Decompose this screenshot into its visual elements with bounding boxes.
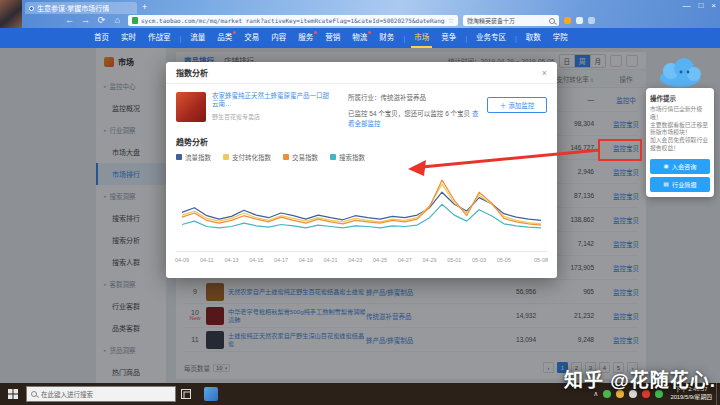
watermark: 知乎 @花随花心. bbox=[564, 365, 716, 392]
nav-item-营销[interactable]: 营销 bbox=[325, 28, 340, 48]
window-controls: — □ × bbox=[682, 0, 716, 12]
nav-separator: | bbox=[180, 35, 182, 42]
minimize-button[interactable]: — bbox=[682, 0, 690, 12]
legend-label: 交易指数 bbox=[292, 152, 318, 162]
notification-dot-icon bbox=[233, 31, 236, 34]
legend-swatch bbox=[330, 154, 336, 160]
assistant-line: 主要数据看板已迁移至新版市场模块！ bbox=[650, 122, 710, 138]
x-tick-label: 05-05 bbox=[492, 257, 516, 263]
x-tick-label: 04-27 bbox=[393, 257, 417, 263]
nav-item-服务[interactable]: 服务 bbox=[298, 28, 313, 48]
site-navbar: 首页实时作战室|流量品类交易内容服务营销物流财务|市场竞争|业务专区|取数学院 bbox=[0, 28, 720, 48]
browser-titlebar: 生意参谋·掌握市场行情 + — □ × ← → ⟳ ⌂ sycm.taobao.… bbox=[0, 0, 720, 28]
nav-item-作战室[interactable]: 作战室 bbox=[148, 28, 171, 48]
address-bar[interactable]: sycm.taobao.com/mc/mq/market_rank?active… bbox=[128, 15, 458, 26]
trend-chart-container bbox=[166, 164, 557, 256]
home-icon[interactable]: ⌂ bbox=[112, 15, 123, 26]
close-icon[interactable]: × bbox=[542, 68, 547, 78]
download-icon[interactable] bbox=[576, 17, 583, 24]
assistant-title: 操作提示 bbox=[650, 93, 710, 103]
mascot-cloud-icon bbox=[657, 58, 703, 88]
legend-label: 搜索指数 bbox=[339, 152, 365, 162]
assistant-button-入会咨询[interactable]: ◉入会咨询 bbox=[650, 159, 710, 174]
nav-item-交易[interactable]: 交易 bbox=[244, 28, 259, 48]
modal-title: 指数分析 bbox=[176, 67, 208, 78]
legend-swatch bbox=[223, 154, 229, 160]
nav-item-竞争[interactable]: 竞争 bbox=[441, 28, 456, 48]
person-icon: ◉ bbox=[664, 163, 669, 169]
nav-item-流量[interactable]: 流量 bbox=[190, 28, 205, 48]
bookmark-star-icon[interactable]: ☆ bbox=[448, 17, 454, 25]
product-thumbnail bbox=[176, 92, 206, 122]
product-title-link[interactable]: 农家蜂蜜纯正天然土蜂蜜原蜜产品一口甜云南… bbox=[212, 92, 330, 109]
nav-item-内容[interactable]: 内容 bbox=[271, 28, 286, 48]
taskbar-search-box[interactable]: 在此键入进行搜索 bbox=[26, 386, 176, 402]
search-icon bbox=[31, 391, 37, 397]
nav-item-实时[interactable]: 实时 bbox=[121, 28, 136, 48]
browser-search-box[interactable]: 微淘精英装备十万 bbox=[463, 15, 559, 26]
task-view-button[interactable] bbox=[176, 383, 196, 405]
product-info: 所属行业：传统滋补营养品 已监控 54 个宝贝，您还可以监控 6 个宝贝 查看全… bbox=[336, 92, 481, 128]
assistant-button-行业简报[interactable]: ▤行业简报 bbox=[650, 177, 710, 192]
legend-swatch bbox=[176, 154, 182, 160]
x-tick-label: 04-11 bbox=[195, 257, 219, 263]
assistant-line: 加入会员免费领取行业报告权益！ bbox=[650, 137, 710, 153]
start-button[interactable] bbox=[0, 383, 26, 405]
legend-item-支付转化指数[interactable]: 支付转化指数 bbox=[223, 152, 271, 162]
extension-icon[interactable] bbox=[564, 17, 571, 24]
legend-label: 支付转化指数 bbox=[232, 152, 271, 162]
chart-legend: 流量指数支付转化指数交易指数搜索指数 bbox=[166, 149, 557, 164]
x-tick-label: 04-15 bbox=[244, 257, 268, 263]
search-icon[interactable] bbox=[549, 18, 555, 24]
nav-item-取数[interactable]: 取数 bbox=[526, 28, 541, 48]
assistant-card: 操作提示 市场行情已全新升级哦！主要数据看板已迁移至新版市场模块！加入会员免费领… bbox=[646, 88, 714, 197]
close-button[interactable]: × bbox=[711, 0, 716, 12]
x-tick-label: 04-25 bbox=[368, 257, 392, 263]
legend-item-交易指数[interactable]: 交易指数 bbox=[283, 152, 318, 162]
report-icon: ▤ bbox=[663, 181, 669, 187]
back-icon[interactable]: ← bbox=[64, 15, 75, 26]
nav-item-市场[interactable]: 市场 bbox=[414, 28, 429, 48]
notification-dot-icon bbox=[314, 31, 317, 34]
menu-icon[interactable] bbox=[588, 17, 595, 24]
assistant-line: 市场行情已全新升级哦！ bbox=[650, 106, 710, 122]
nav-item-财务[interactable]: 财务 bbox=[379, 28, 394, 48]
trend-chart bbox=[176, 166, 547, 252]
x-tick-label: 04-23 bbox=[343, 257, 367, 263]
nav-item-物流[interactable]: 物流 bbox=[352, 28, 367, 48]
forward-icon[interactable]: → bbox=[80, 15, 91, 26]
x-tick-label: 04-09 bbox=[170, 257, 194, 263]
monitor-text: 已监控 54 个宝贝，您还可以监控 6 个宝贝 bbox=[348, 110, 472, 117]
assistant-panel: 操作提示 市场行情已全新升级哦！主要数据看板已迁移至新版市场模块！加入会员免费领… bbox=[646, 58, 714, 197]
nav-separator: | bbox=[515, 35, 517, 42]
x-tick-label: 05-03 bbox=[467, 257, 491, 263]
x-tick-label: 04-19 bbox=[294, 257, 318, 263]
browser-app-icon[interactable] bbox=[204, 387, 218, 401]
nav-item-品类[interactable]: 品类 bbox=[217, 28, 232, 48]
new-tab-button[interactable]: + bbox=[142, 2, 147, 12]
nav-item-业务专区[interactable]: 业务专区 bbox=[476, 28, 506, 48]
industry-label: 所属行业：传统滋补营养品 bbox=[348, 92, 481, 102]
legend-item-流量指数[interactable]: 流量指数 bbox=[176, 152, 211, 162]
maximize-button[interactable]: □ bbox=[698, 0, 703, 12]
browser-search-text: 微淘精英装备十万 bbox=[467, 16, 546, 25]
x-axis-labels: 04-0904-1104-1304-1504-1704-1904-2104-23… bbox=[176, 257, 547, 267]
x-tick-label: 04-29 bbox=[418, 257, 442, 263]
x-tick-label: 05-08 bbox=[529, 257, 553, 263]
trend-section-title: 趋势分析 bbox=[166, 132, 557, 149]
x-tick-label: 04-17 bbox=[269, 257, 293, 263]
legend-label: 流量指数 bbox=[185, 152, 211, 162]
show-desktop-button[interactable] bbox=[716, 383, 720, 405]
legend-item-搜索指数[interactable]: 搜索指数 bbox=[330, 152, 365, 162]
security-shield-icon bbox=[132, 17, 138, 24]
product-summary: 农家蜂蜜纯正天然土蜂蜜原蜜产品一口甜云南… 野生百花蜜专卖店 所属行业：传统滋补… bbox=[166, 84, 557, 132]
nav-item-学院[interactable]: 学院 bbox=[553, 28, 568, 48]
nav-separator: | bbox=[403, 35, 405, 42]
refresh-icon[interactable]: ⟳ bbox=[96, 15, 107, 26]
series-支付转化指数 bbox=[182, 184, 541, 224]
add-monitor-button[interactable]: ＋ 添加监控 bbox=[487, 97, 547, 113]
index-analysis-modal: 指数分析 × 农家蜂蜜纯正天然土蜂蜜原蜜产品一口甜云南… 野生百花蜜专卖店 所属… bbox=[166, 62, 557, 278]
nav-item-首页[interactable]: 首页 bbox=[94, 28, 109, 48]
assistant-buttons: ◉入会咨询▤行业简报 bbox=[650, 156, 710, 192]
modal-header: 指数分析 × bbox=[166, 62, 557, 84]
